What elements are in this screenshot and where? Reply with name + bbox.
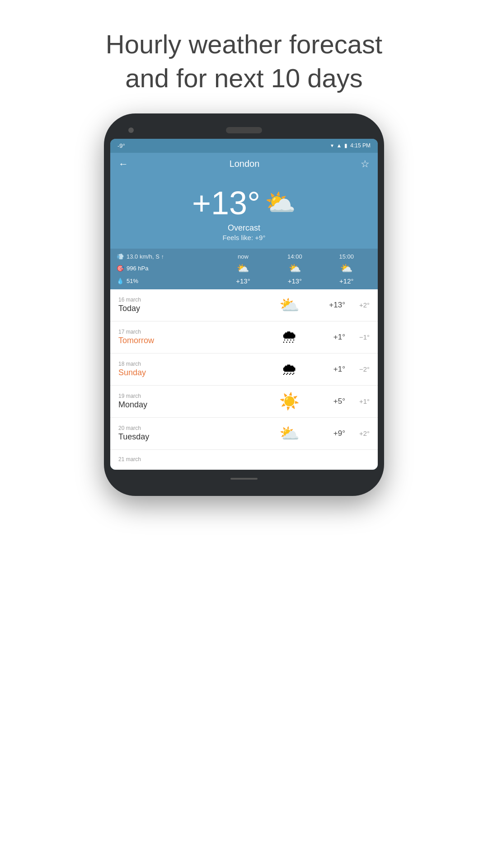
daily-high-temp: +9°: [324, 429, 345, 438]
daily-date-col: 19 march Monday: [118, 393, 255, 410]
current-weather: +13° ⛅ Overcast Feels like: +9°: [110, 175, 378, 249]
phone-top: [110, 127, 378, 139]
title-line2: and for next 10 days: [125, 63, 363, 93]
current-temp: +13°: [192, 184, 260, 222]
phone-screen: -9° ▾ ▲ ▮ 4:15 PM ← London ☆ +13° ⛅ Over…: [110, 139, 378, 470]
daily-row[interactable]: 20 march Tuesday ⛅ +9° +2°: [110, 418, 378, 450]
page-title: Hourly weather forecast and for next 10 …: [0, 0, 488, 113]
hourly-time-1: now: [218, 253, 268, 260]
daily-low-temp: −1°: [352, 333, 370, 341]
daily-weather-icon: 🌧: [255, 360, 324, 379]
front-camera: [128, 127, 134, 133]
daily-weather-icon: ☀️: [255, 392, 324, 411]
pressure-info: 🎯 996 hPa: [117, 265, 216, 272]
wind-value: 13.0 km/h, S ↑: [127, 253, 164, 260]
daily-date: 16 march: [118, 297, 255, 303]
hourly-icons-row: 🎯 996 hPa ⛅ ⛅ ⛅: [117, 263, 371, 274]
pressure-icon: 🎯: [117, 265, 124, 272]
daily-date: 17 march: [118, 329, 255, 335]
time-display: 4:15 PM: [350, 142, 371, 149]
hourly-icon-3: ⛅: [322, 263, 371, 274]
top-nav: ← London ☆: [110, 153, 378, 175]
wind-icon: 💨: [117, 253, 124, 260]
phone-speaker: [226, 127, 262, 133]
hourly-temps-row: 💧 51% +13° +13° +12°: [117, 277, 371, 285]
daily-low-temp: +2°: [352, 429, 370, 437]
status-temp: -9°: [117, 142, 125, 149]
daily-low-temp: −2°: [352, 365, 370, 373]
daily-day-name: Sunday: [118, 368, 255, 377]
daily-low-temp: +2°: [352, 301, 370, 309]
daily-day-name: Monday: [118, 400, 255, 410]
phone-frame: -9° ▾ ▲ ▮ 4:15 PM ← London ☆ +13° ⛅ Over…: [104, 113, 384, 496]
status-icons: ▾ ▲ ▮ 4:15 PM: [331, 142, 371, 149]
daily-date: 18 march: [118, 361, 255, 367]
daily-date-col: 17 march Tomorrow: [118, 329, 255, 345]
hourly-temp-3: +12°: [322, 277, 371, 285]
daily-row[interactable]: 16 march Today ⛅ +13° +2°: [110, 289, 378, 321]
daily-temps: +13° +2°: [324, 301, 370, 310]
daily-day-name: Tuesday: [118, 432, 255, 442]
hourly-time-2: 14:00: [270, 253, 319, 260]
back-button[interactable]: ←: [118, 158, 128, 170]
weather-description: Overcast: [110, 223, 378, 233]
daily-temps: +1° −1°: [324, 333, 370, 342]
daily-temps: +1° −2°: [324, 365, 370, 374]
temp-row: +13° ⛅: [110, 184, 378, 222]
hourly-icon-2: ⛅: [270, 263, 319, 274]
daily-date: 19 march: [118, 393, 255, 399]
daily-temps: +5° +1°: [324, 397, 370, 406]
daily-weather-icon: ⛅: [255, 424, 324, 443]
humidity-icon: 💧: [117, 278, 124, 284]
daily-row[interactable]: 17 march Tomorrow 🌨 +1° −1°: [110, 321, 378, 354]
daily-date-col: 18 march Sunday: [118, 361, 255, 377]
pressure-value: 996 hPa: [127, 265, 148, 272]
daily-date-col: 20 march Tuesday: [118, 425, 255, 442]
signal-icon: ▲: [336, 142, 342, 149]
favorite-button[interactable]: ☆: [361, 158, 370, 170]
daily-high-temp: +1°: [324, 333, 345, 342]
title-line1: Hourly weather forecast: [106, 29, 382, 59]
daily-row[interactable]: 21 march: [110, 450, 378, 470]
hourly-time-3: 15:00: [322, 253, 371, 260]
daily-weather-icon: 🌨: [255, 328, 324, 347]
feels-like: Feels like: +9°: [110, 234, 378, 241]
daily-high-temp: +13°: [324, 301, 345, 310]
daily-weather-icon: ⛅: [255, 296, 324, 315]
humidity-value: 51%: [127, 278, 138, 284]
daily-high-temp: +1°: [324, 365, 345, 374]
hourly-strip: 💨 13.0 km/h, S ↑ now 14:00 15:00 🎯 996 h…: [110, 249, 378, 289]
weather-icon: ⛅: [265, 188, 296, 217]
daily-row[interactable]: 18 march Sunday 🌧 +1° −2°: [110, 354, 378, 386]
hourly-temp-2: +13°: [270, 277, 319, 285]
phone-bottom: [110, 475, 378, 482]
daily-date: 21 march: [118, 456, 255, 462]
city-name: London: [230, 159, 260, 169]
daily-high-temp: +5°: [324, 397, 345, 406]
daily-day-name: Today: [118, 304, 255, 313]
humidity-info: 💧 51%: [117, 278, 216, 284]
hourly-temp-1: +13°: [218, 277, 268, 285]
daily-temps: +9° +2°: [324, 429, 370, 438]
hourly-header: 💨 13.0 km/h, S ↑ now 14:00 15:00: [117, 253, 371, 260]
home-button[interactable]: [230, 478, 258, 480]
status-bar: -9° ▾ ▲ ▮ 4:15 PM: [110, 139, 378, 153]
daily-date-col: 16 march Today: [118, 297, 255, 313]
daily-date: 20 march: [118, 425, 255, 431]
daily-forecast-list: 16 march Today ⛅ +13° +2° 17 march Tomor…: [110, 289, 378, 470]
wind-info: 💨 13.0 km/h, S ↑: [117, 253, 216, 260]
wifi-icon: ▾: [331, 142, 333, 149]
hourly-icon-1: ⛅: [218, 263, 268, 274]
battery-icon: ▮: [344, 142, 347, 149]
daily-date-col: 21 march: [118, 456, 255, 463]
daily-row[interactable]: 19 march Monday ☀️ +5° +1°: [110, 386, 378, 418]
daily-day-name: Tomorrow: [118, 336, 255, 345]
daily-low-temp: +1°: [352, 397, 370, 405]
